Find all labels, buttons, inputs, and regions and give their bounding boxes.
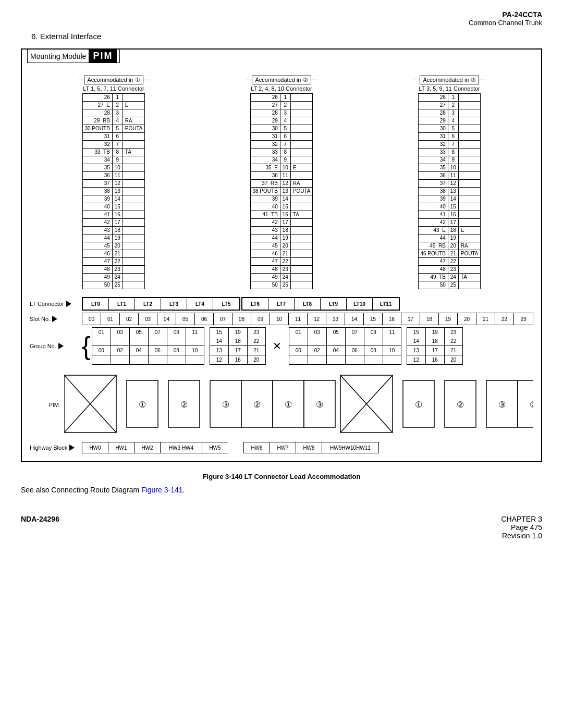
- page-header: PA-24CCTA Common Channel Trunk: [21, 10, 542, 27]
- lt-cell-0: LT0: [83, 298, 109, 310]
- grp-l-12: 12: [210, 355, 228, 365]
- slot-16: 16: [383, 313, 401, 325]
- hw-8: HW8: [296, 442, 322, 453]
- lt-connector-label: LT Connector: [30, 301, 64, 307]
- grp-r-19: 19: [425, 327, 444, 337]
- grp-l-08: 08: [167, 346, 186, 355]
- highway-label: Highway Block: [30, 445, 67, 451]
- grp-r-17: 17: [425, 346, 444, 355]
- footer-revision: Revision 1.0: [501, 532, 542, 540]
- svg-text:①: ①: [139, 400, 146, 409]
- slot-17: 17: [401, 313, 420, 325]
- group-arrow: [58, 343, 64, 349]
- connector-sublabel-2: LT 2, 4, 8, 10 Connector: [251, 85, 312, 92]
- connectors-row: Accommodated in ① LT 1, 5, 7, 11 Connect…: [30, 76, 533, 289]
- grp-r-16: 16: [425, 355, 444, 365]
- footer-chapter-info: CHAPTER 3 Page 475 Revision 1.0: [501, 515, 542, 540]
- slot-row: Slot No. 00 01 02 03 04 05 06 07 08 09 1…: [30, 313, 533, 325]
- connector-block-1: Accommodated in ① LT 1, 5, 7, 11 Connect…: [78, 76, 149, 289]
- grp-l-19: 19: [228, 327, 247, 337]
- lt-cell-3: LT3: [161, 298, 187, 310]
- connector-sublabel-1: LT 1, 5, 7, 11 Connector: [83, 85, 144, 92]
- grp-r-18: 18: [425, 337, 444, 346]
- pin-table-3: 261 272 283 294 305 316 327 338 349 3510…: [418, 93, 480, 289]
- lt-cell-6: LT6: [242, 298, 268, 310]
- slot-12: 12: [308, 313, 326, 325]
- grp-l-06: 06: [148, 346, 167, 355]
- hw-6: HW6: [243, 442, 270, 453]
- group-row: Group No. { 01 03 05 07 09 11: [30, 327, 533, 365]
- slot-09: 09: [251, 313, 270, 325]
- grp-r-23: 23: [444, 327, 463, 337]
- lt-cell-9: LT9: [321, 298, 347, 310]
- slot-15: 15: [364, 313, 383, 325]
- header-title: PA-24CCTA: [21, 10, 542, 19]
- connector-block-2: Accommodated in ② LT 2, 4, 8, 10 Connect…: [246, 76, 317, 289]
- grp-l-17: 17: [228, 346, 247, 355]
- page: PA-24CCTA Common Channel Trunk 6. Extern…: [0, 0, 563, 728]
- lt-connector-arrow: [66, 301, 71, 307]
- svg-text:②: ②: [180, 400, 188, 409]
- slot-04: 04: [157, 313, 176, 325]
- header-subtitle: Common Channel Trunk: [21, 19, 542, 27]
- grp-r-10: 10: [383, 346, 401, 355]
- hw-2: HW2: [134, 442, 160, 453]
- slot-06: 06: [195, 313, 214, 325]
- slot-19: 19: [439, 313, 458, 325]
- grp-r-20: 20: [444, 355, 463, 365]
- slot-07: 07: [214, 313, 232, 325]
- slot-14: 14: [345, 313, 364, 325]
- grp-l-14: 14: [210, 337, 228, 346]
- accom-label-3: Accommodated in ③: [420, 76, 479, 84]
- pim-diagram-label: PIM: [30, 402, 64, 408]
- grp-r-11: 11: [383, 327, 401, 337]
- accom-label-2: Accommodated in ②: [252, 76, 311, 84]
- lt-cell-10: LT10: [347, 298, 373, 310]
- highway-cells-container: HW0 HW1 HW2 HW3 HW4 HW5 HW6 HW7 HW8 HW9H…: [82, 442, 379, 453]
- lt-cell-1: LT1: [109, 298, 135, 310]
- grp-r-21: 21: [444, 346, 463, 355]
- slot-11: 11: [289, 313, 308, 325]
- lt-cell-11: LT11: [373, 298, 399, 310]
- grp-l-22: 22: [247, 337, 266, 346]
- slot-13: 13: [326, 313, 345, 325]
- mounting-module-label: Mounting Module PIM: [27, 49, 120, 63]
- grp-l-23: 23: [247, 327, 266, 337]
- hw-7: HW7: [270, 442, 296, 453]
- svg-text:③: ③: [222, 400, 229, 409]
- lt-group-2: LT6 LT7 LT8 LT9 LT10 LT11: [241, 297, 400, 311]
- grp-l-04: 04: [129, 346, 148, 355]
- grp-r-12: 12: [407, 355, 425, 365]
- slot-08: 08: [232, 313, 251, 325]
- slot-21: 21: [476, 313, 495, 325]
- grp-l-11: 11: [186, 327, 204, 337]
- lt-diagram-section: LT Connector LT0 LT1 LT2 LT3 LT4 LT5: [30, 297, 533, 453]
- hw-0: HW0: [82, 442, 108, 453]
- slot-10: 10: [270, 313, 289, 325]
- pim-diagram-row: PIM ① ②: [30, 370, 533, 439]
- svg-text:①: ①: [285, 400, 292, 409]
- slot-20: 20: [458, 313, 476, 325]
- grp-l-09: 09: [167, 327, 186, 337]
- figure-caption: Figure 3-140 LT Connector Lead Accommoda…: [21, 473, 542, 480]
- lt-cell-7: LT7: [268, 298, 295, 310]
- hw-1: HW1: [108, 442, 134, 453]
- group-left: { 01 03 05 07 09 11 15 19: [82, 327, 266, 365]
- grp-r-08: 08: [364, 346, 383, 355]
- grp-l-00: 00: [92, 346, 111, 355]
- pim-visual-area: ① ② ③ ② ① ③: [64, 370, 533, 439]
- grp-r-06: 06: [345, 346, 364, 355]
- hw-9-10-11: HW9HW10HW11: [322, 442, 379, 453]
- slot-arrow: [52, 316, 57, 322]
- crossing-symbol: ✕: [268, 340, 287, 352]
- grp-r-13: 13: [407, 346, 425, 355]
- lt-cells-container: LT0 LT1 LT2 LT3 LT4 LT5 LT6 LT7 LT8 LT9 …: [82, 297, 400, 311]
- svg-text:②: ②: [457, 400, 464, 409]
- footer-chapter: CHAPTER 3: [501, 515, 542, 523]
- grp-r-04: 04: [326, 346, 345, 355]
- slot-18: 18: [420, 313, 439, 325]
- grp-r-14: 14: [407, 337, 425, 346]
- figure-141-link[interactable]: Figure 3-141: [141, 486, 182, 494]
- svg-text:②: ②: [253, 400, 261, 409]
- page-footer: NDA-24296 CHAPTER 3 Page 475 Revision 1.…: [21, 515, 542, 540]
